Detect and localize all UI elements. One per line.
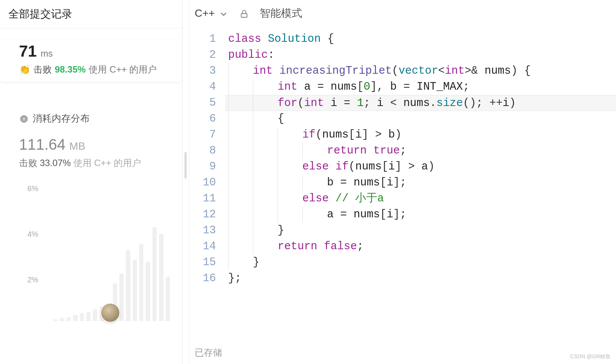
chart-bar[interactable]: [53, 319, 57, 321]
line-gutter: 12345678910111213141516: [189, 31, 225, 364]
chart-bar[interactable]: [126, 250, 130, 321]
chart-bar[interactable]: [119, 274, 124, 321]
code-line[interactable]: class Solution {: [225, 31, 616, 47]
beats-suffix: 使用 C++ 的用户: [89, 63, 157, 76]
svg-rect-0: [22, 116, 27, 121]
code-line[interactable]: int increasingTriplet(vector<int>& nums)…: [225, 63, 616, 79]
clap-icon: 👏: [19, 65, 30, 74]
memory-unit: MB: [69, 140, 85, 152]
splitter-handle[interactable]: [183, 0, 189, 364]
chart-bar[interactable]: [166, 277, 170, 321]
chart-bar[interactable]: [152, 227, 157, 321]
code-line[interactable]: else // 小于a: [225, 191, 616, 207]
chart-bar[interactable]: [60, 318, 64, 321]
chevron-down-icon: [219, 7, 229, 19]
svg-rect-14: [241, 14, 247, 17]
code-line[interactable]: else if(nums[i] > a): [225, 159, 616, 175]
chart-bar[interactable]: [86, 312, 90, 321]
watermark: CSDN @GR鲸鱼: [570, 353, 611, 360]
chart-bar[interactable]: [80, 313, 84, 321]
chip-icon: [19, 113, 29, 124]
code-line[interactable]: return true;: [225, 143, 616, 159]
svg-rect-1: [23, 118, 25, 120]
memory-section-title: 消耗内存分布: [33, 112, 90, 125]
code-line[interactable]: for(int i = 1; i < nums.size(); ++i): [225, 95, 616, 111]
memory-chart: 6% 4% 2%: [19, 184, 174, 321]
mode-label: 智能模式: [260, 6, 302, 21]
status-bar: 已存储: [195, 347, 222, 359]
chart-bar[interactable]: [133, 260, 137, 321]
code-line[interactable]: {: [225, 111, 616, 127]
code-editor[interactable]: 12345678910111213141516 class Solution {…: [189, 27, 616, 364]
editor-header: C++ 智能模式: [189, 0, 616, 27]
chart-bar[interactable]: [73, 315, 77, 321]
memory-beats-label: 击败: [19, 158, 37, 168]
y-tick: 2%: [27, 275, 38, 284]
beats-percent: 98.35%: [55, 64, 86, 75]
code-line[interactable]: }: [225, 255, 616, 271]
avatar[interactable]: [101, 304, 119, 322]
memory-beats-percent: 33.07%: [40, 158, 71, 168]
memory-beats-suffix: 使用 C++ 的用户: [73, 158, 141, 168]
language-label: C++: [195, 7, 215, 19]
runtime-card[interactable]: 71 ms 👏 击败 98.35% 使用 C++ 的用户: [0, 40, 182, 82]
code-content[interactable]: class Solution {public:int increasingTri…: [225, 31, 616, 364]
chart-bar[interactable]: [139, 244, 143, 321]
code-line[interactable]: b = nums[i];: [225, 175, 616, 191]
lock-icon: [239, 7, 249, 19]
editor-panel: C++ 智能模式 12345678910111213141516 class S…: [189, 0, 616, 364]
language-select[interactable]: C++: [195, 7, 229, 19]
y-tick: 4%: [27, 230, 38, 239]
code-line[interactable]: a = nums[i];: [225, 207, 616, 223]
y-tick: 6%: [27, 184, 38, 193]
submissions-title: 全部提交记录: [0, 0, 182, 28]
chart-bar[interactable]: [93, 309, 97, 321]
code-line[interactable]: }: [225, 223, 616, 239]
code-line[interactable]: public:: [225, 47, 616, 63]
beats-label: 击败: [33, 63, 52, 76]
memory-value: 111.64: [19, 136, 65, 153]
runtime-unit: ms: [41, 48, 53, 59]
runtime-value: 71: [19, 42, 37, 60]
code-line[interactable]: if(nums[i] > b): [225, 127, 616, 143]
memory-section: 消耗内存分布 111.64 MB 击败 33.07% 使用 C++ 的用户 6%…: [0, 112, 182, 321]
code-line[interactable]: int a = nums[0], b = INT_MAX;: [225, 79, 616, 95]
submissions-panel: 全部提交记录 71 ms 👏 击败 98.35% 使用 C++ 的用户: [0, 0, 183, 364]
chart-bar[interactable]: [146, 262, 150, 321]
code-line[interactable]: return false;: [225, 239, 616, 255]
chart-bar[interactable]: [67, 317, 71, 321]
code-line[interactable]: };: [225, 271, 616, 286]
chart-bar[interactable]: [159, 234, 163, 321]
